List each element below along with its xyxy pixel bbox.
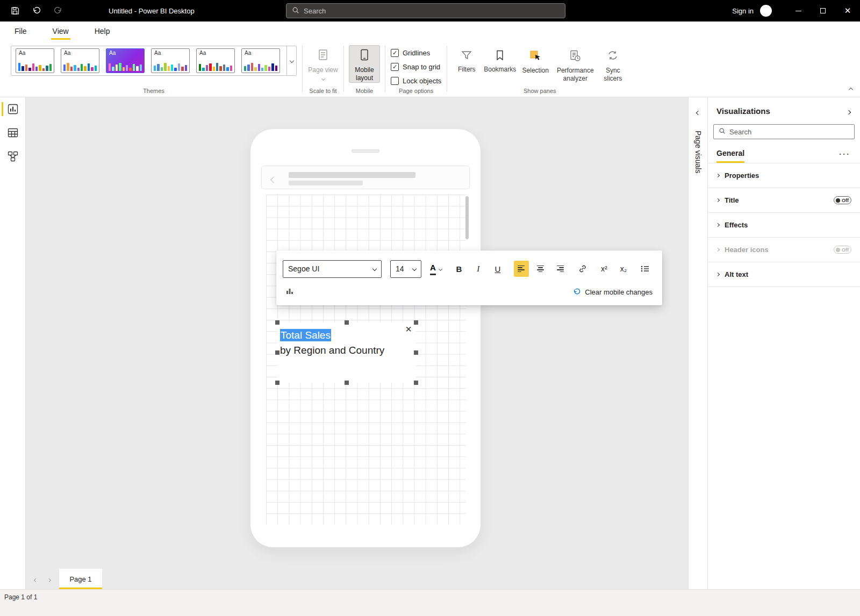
resize-handle-right[interactable] <box>414 350 418 355</box>
theme-bars <box>63 61 97 71</box>
theme-gallery-expand-button[interactable] <box>286 46 296 75</box>
save-icon[interactable] <box>9 4 22 17</box>
minimize-button[interactable] <box>786 0 811 22</box>
align-center-icon <box>537 264 544 273</box>
resize-handle-top[interactable] <box>345 320 349 325</box>
resize-handle-bottom-left[interactable] <box>275 381 280 385</box>
theme-thumbnail-3-selected[interactable]: Aa <box>106 48 145 73</box>
chevron-down-icon <box>289 59 293 63</box>
resize-handle-top-right[interactable] <box>414 320 418 325</box>
bookmarks-pane-button[interactable]: Bookmarks <box>484 46 516 74</box>
theme-thumbnail-2[interactable]: Aa <box>61 48 99 73</box>
ribbon-group-themes: Aa Aa Aa Aa Aa Aa Themes <box>5 41 302 97</box>
next-page-button[interactable] <box>48 574 51 584</box>
maximize-button[interactable] <box>811 0 835 22</box>
sync-slicers-icon <box>606 49 619 64</box>
data-view-button[interactable] <box>0 121 26 145</box>
checkbox-icon <box>391 63 399 71</box>
bullet-list-icon <box>641 265 649 273</box>
ribbon-group-mobile: Mobile layout Mobile <box>344 41 385 97</box>
subtitle-placeholder-bar <box>289 181 363 185</box>
checkbox-icon <box>391 77 399 85</box>
lock-objects-checkbox[interactable]: Lock objects <box>391 75 441 87</box>
font-family-select[interactable]: Segoe UI <box>283 260 382 278</box>
theme-thumbnail-5[interactable]: Aa <box>196 48 235 73</box>
report-canvas[interactable]: Segoe UI 14 A B I U <box>26 97 688 569</box>
theme-bars <box>244 61 277 71</box>
subscript-button[interactable]: x₂ <box>616 261 631 277</box>
resize-handle-bottom[interactable] <box>345 381 349 385</box>
filters-pane-button[interactable]: Filters <box>453 46 481 74</box>
bold-button[interactable]: B <box>452 261 467 277</box>
align-right-button[interactable] <box>553 261 568 277</box>
value-format-icon[interactable] <box>286 287 293 297</box>
format-toolbar-row2: Clear mobile changes <box>276 282 662 302</box>
selection-pane-button[interactable]: Selection <box>519 46 551 75</box>
phone-scrollbar[interactable] <box>465 196 469 239</box>
tab-general[interactable]: General <box>716 149 744 163</box>
visualizations-search-box[interactable]: Search <box>713 124 855 139</box>
avatar[interactable] <box>760 5 772 17</box>
page-tab-1[interactable]: Page 1 <box>59 569 102 589</box>
section-alt-text[interactable]: Alt text <box>708 262 860 287</box>
collapse-pane-button[interactable] <box>847 106 850 116</box>
theme-thumbnail-1[interactable]: Aa <box>16 48 54 73</box>
resize-handle-bottom-right[interactable] <box>414 381 418 385</box>
page-view-icon <box>317 48 329 63</box>
sign-in-button[interactable]: Sign in <box>732 7 754 15</box>
format-tabs: General ··· <box>708 139 860 163</box>
ribbon-collapse-button[interactable] <box>849 84 852 94</box>
textbox-content[interactable]: Total Sales by Region and Country <box>277 323 416 357</box>
menu-view[interactable]: View <box>51 22 70 41</box>
redo-icon[interactable] <box>52 4 64 17</box>
clear-mobile-changes-button[interactable]: Clear mobile changes <box>573 288 653 296</box>
chevron-right-icon <box>716 273 720 276</box>
font-size-select[interactable]: 14 <box>390 260 421 278</box>
title-toggle[interactable]: Off <box>834 196 851 204</box>
resize-handle-top-left[interactable] <box>275 320 280 325</box>
selected-text: Total Sales <box>280 329 331 341</box>
page-view-button[interactable]: Page view <box>308 46 338 82</box>
theme-thumbnail-6[interactable]: Aa <box>241 48 280 73</box>
section-title[interactable]: Title Off <box>708 188 860 213</box>
global-search-box[interactable]: Search <box>286 3 565 18</box>
model-view-button[interactable] <box>0 145 26 168</box>
underline-button[interactable]: U <box>490 261 505 277</box>
report-view-button[interactable] <box>0 97 26 121</box>
performance-analyzer-pane-button[interactable]: Performance analyzer <box>555 46 596 82</box>
menu-file[interactable]: File <box>13 22 28 41</box>
insert-link-button[interactable] <box>575 261 590 277</box>
font-color-button[interactable]: A <box>430 263 442 275</box>
textbox-visual[interactable]: × Total Sales by Region and Country <box>277 323 416 383</box>
snap-to-grid-checkbox[interactable]: Snap to grid <box>391 61 441 73</box>
prev-page-button[interactable] <box>34 574 37 584</box>
page-count-status: Page 1 of 1 <box>4 593 37 601</box>
sync-slicers-pane-button[interactable]: Sync slicers <box>599 46 627 82</box>
chevron-left-icon <box>34 578 38 582</box>
mobile-layout-button[interactable]: Mobile layout <box>349 46 379 82</box>
close-icon[interactable]: × <box>405 324 412 334</box>
resize-handle-left[interactable] <box>275 350 280 355</box>
title-placeholder-bar <box>289 172 415 178</box>
phone-speaker <box>352 149 379 153</box>
header-icons-toggle[interactable]: Off <box>834 246 851 254</box>
gridlines-checkbox[interactable]: Gridlines <box>391 47 441 59</box>
theme-thumbnail-4[interactable]: Aa <box>151 48 190 73</box>
close-button[interactable]: ✕ <box>835 0 860 22</box>
align-left-button[interactable] <box>514 261 529 277</box>
search-icon <box>292 6 299 16</box>
align-center-button[interactable] <box>533 261 548 277</box>
section-effects[interactable]: Effects <box>708 213 860 238</box>
theme-bars <box>199 61 232 71</box>
superscript-button[interactable]: x² <box>597 261 612 277</box>
section-header-icons[interactable]: Header icons Off <box>708 238 860 262</box>
more-options-button[interactable]: ··· <box>839 149 850 163</box>
menu-help[interactable]: Help <box>93 22 112 41</box>
bullet-list-button[interactable] <box>637 261 653 277</box>
italic-button[interactable]: I <box>471 261 486 277</box>
section-properties[interactable]: Properties <box>708 163 860 188</box>
page-view-label: Page view <box>308 66 338 82</box>
show-panes-buttons: Filters Bookmarks Selection <box>453 46 627 82</box>
undo-icon[interactable] <box>30 4 43 17</box>
expand-pane-button[interactable] <box>697 107 700 117</box>
